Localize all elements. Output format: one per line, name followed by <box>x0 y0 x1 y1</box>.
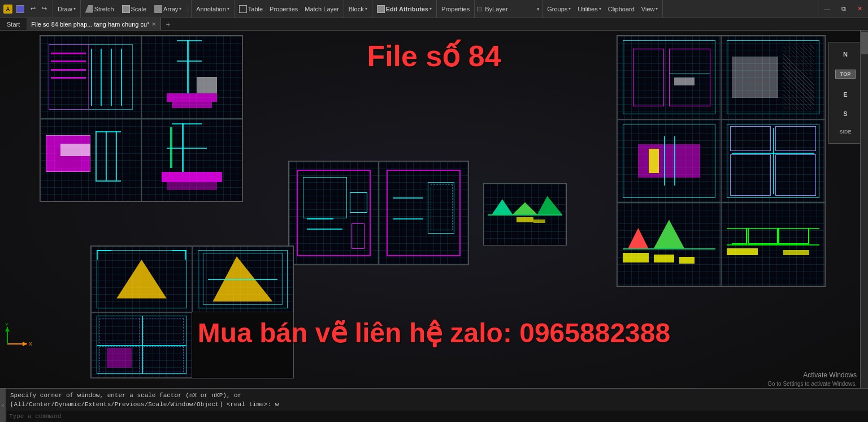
drawing-cell-center-1 <box>289 161 379 265</box>
command-panel-handle[interactable]: × <box>0 389 6 422</box>
drawing-cell-tr-5 <box>617 203 721 286</box>
command-area: × Specify corner of window, enter a scal… <box>0 388 868 422</box>
drawing-cluster-topright <box>617 35 826 287</box>
drawing-cluster-center <box>288 161 469 265</box>
drawing-cluster-topleft <box>40 35 243 202</box>
drawing-cluster-bottomleft <box>90 246 294 378</box>
command-input-row <box>7 411 868 422</box>
block-btn[interactable]: Block ▾ <box>346 5 370 14</box>
app-icon: A <box>3 5 12 14</box>
groups-btn[interactable]: Groups ▾ <box>545 5 573 14</box>
drawing-cell-3 <box>40 119 141 202</box>
compass-top: TOP <box>835 70 856 79</box>
tab-start[interactable]: Start <box>0 21 27 28</box>
draw-menu-btn[interactable]: Draw ▾ <box>55 5 78 14</box>
vertical-scrollbar[interactable] <box>860 31 868 388</box>
close-btn[interactable]: ✕ <box>852 5 868 12</box>
compass-east: E <box>843 91 847 98</box>
compass-side[interactable]: SIDE <box>839 129 851 135</box>
properties2-btn[interactable]: Properties <box>439 5 472 14</box>
scrollbar-thumb[interactable] <box>861 32 868 54</box>
drawing-cell-2 <box>141 36 242 119</box>
restore-btn[interactable]: ⧉ <box>836 5 852 12</box>
main-toolbar: A ↩ ↪ Draw ▾ Stretch Scale Array ▾ | <box>0 0 868 18</box>
quick-access-save[interactable] <box>14 4 27 14</box>
tab-file[interactable]: File so 84 bien phap... tang ham chung c… <box>27 18 161 30</box>
quick-access-undo[interactable]: ↩ <box>28 4 38 14</box>
drawing-cell-tr-4 <box>721 119 825 203</box>
drawing-cell-1 <box>40 36 141 119</box>
compass: N TOP E S SIDE <box>828 42 862 144</box>
array-btn[interactable]: Array ▾ <box>152 4 184 14</box>
drawing-cell-tr-1 <box>617 36 721 119</box>
edit-attributes-btn[interactable]: Edit Attributes ▾ <box>375 4 434 14</box>
svg-marker-3 <box>5 327 10 331</box>
drawing-cluster-right-top <box>483 183 567 246</box>
compass-south: S <box>843 110 847 117</box>
minimize-btn[interactable]: — <box>818 6 836 12</box>
utilities-btn[interactable]: Utilities ▾ <box>575 5 603 14</box>
compass-north: N <box>843 51 848 58</box>
drawing-cell-bl-1 <box>91 246 192 312</box>
drawing-cell-bl-3 <box>91 312 192 378</box>
view-btn[interactable]: View ▾ <box>639 5 661 14</box>
drawing-cell-tr-2 <box>721 36 825 119</box>
drawing-cell-tr-3 <box>617 119 721 203</box>
svg-marker-1 <box>23 342 27 346</box>
tab-add-btn[interactable]: + <box>161 20 175 29</box>
properties-btn[interactable]: Properties <box>267 5 300 14</box>
drawing-cell-bl-2 <box>192 246 293 312</box>
stretch-btn[interactable]: Stretch <box>83 4 116 14</box>
clipboard-btn[interactable]: Clipboard <box>606 5 637 14</box>
match-layer-btn[interactable]: Match Layer <box>302 5 341 14</box>
canvas-area[interactable]: File số 84 Phanthinh.vn <box>0 31 868 388</box>
svg-text:X: X <box>29 341 32 347</box>
command-input-field[interactable] <box>9 413 866 420</box>
scale-btn[interactable]: Scale <box>120 4 149 14</box>
svg-text:Y: Y <box>5 322 8 328</box>
quick-access-redo[interactable]: ↪ <box>40 4 49 14</box>
tab-bar: Start File so 84 bien phap... tang ham c… <box>0 18 868 31</box>
table-btn[interactable]: Table <box>237 4 265 14</box>
drawing-cell-4 <box>141 119 242 202</box>
tab-close-btn[interactable]: ✕ <box>151 21 156 27</box>
annotation-btn[interactable]: Annotation ▾ <box>194 5 232 14</box>
drawing-cell-tr-6 <box>721 203 825 286</box>
drawing-cell-center-2 <box>379 161 468 265</box>
ucs-icon: X Y <box>5 321 33 350</box>
